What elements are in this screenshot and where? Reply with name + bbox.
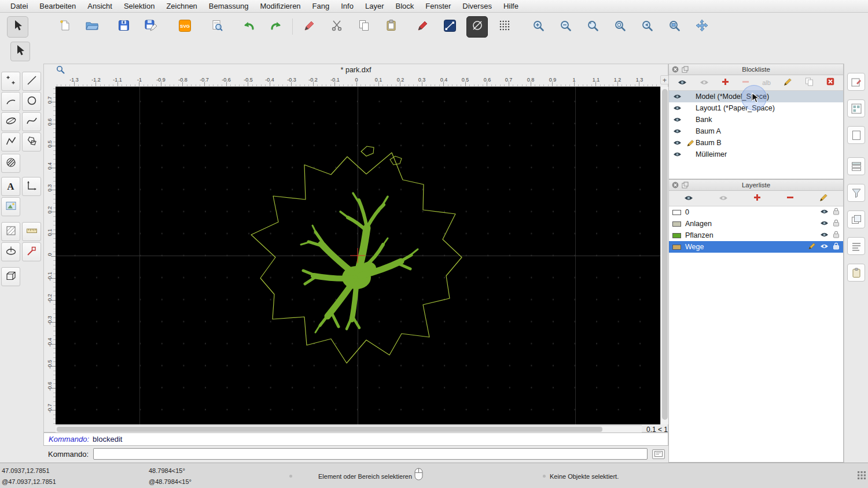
measure-tool-button[interactable] bbox=[22, 222, 41, 241]
block-edit-button[interactable] bbox=[784, 77, 792, 88]
dock-widget-button[interactable] bbox=[847, 99, 865, 117]
menu-hilfe[interactable]: Hilfe bbox=[498, 2, 524, 10]
block-insert-button[interactable] bbox=[805, 77, 814, 88]
print-preview-button[interactable] bbox=[206, 16, 227, 38]
lock-icon[interactable] bbox=[833, 219, 840, 228]
new-file-button[interactable] bbox=[54, 16, 75, 38]
dock-widget-button[interactable] bbox=[847, 73, 865, 91]
close-panel-icon[interactable] bbox=[672, 66, 679, 74]
block-row-bank[interactable]: Bank bbox=[669, 114, 843, 125]
menu-diverses[interactable]: Diverses bbox=[457, 2, 498, 10]
open-file-button[interactable] bbox=[81, 16, 102, 38]
hatch-circle-button[interactable] bbox=[1, 154, 20, 173]
dock-widget-button[interactable] bbox=[847, 264, 865, 282]
attributes-pen-button[interactable] bbox=[412, 16, 433, 38]
block-rename-button[interactable]: alb bbox=[762, 79, 771, 86]
block-hide-all-button[interactable] bbox=[700, 77, 709, 88]
menu-bemassung[interactable]: Bemassung bbox=[203, 2, 255, 10]
solid-3d-button[interactable] bbox=[1, 267, 20, 286]
block-show-all-button[interactable] bbox=[678, 77, 687, 88]
eye-icon[interactable] bbox=[820, 243, 829, 251]
arc-tool-button[interactable] bbox=[1, 92, 20, 111]
layer-row-wege[interactable]: Wege bbox=[669, 241, 843, 253]
eye-icon[interactable] bbox=[669, 151, 685, 157]
pencil-icon[interactable] bbox=[808, 242, 816, 252]
menu-modifizieren[interactable]: Modifizieren bbox=[255, 2, 307, 10]
layer-row-pflanzen[interactable]: Pflanzen bbox=[669, 230, 843, 241]
layer-row-0[interactable]: 0 bbox=[669, 206, 843, 218]
eye-icon[interactable] bbox=[669, 140, 685, 146]
eye-icon[interactable] bbox=[820, 220, 829, 228]
copy-button[interactable] bbox=[353, 16, 374, 38]
dock-widget-button[interactable] bbox=[847, 126, 865, 144]
dock-widget-button[interactable] bbox=[847, 237, 865, 255]
command-options-button[interactable] bbox=[652, 449, 665, 459]
tool-select-button[interactable] bbox=[10, 42, 30, 61]
layer-remove-button[interactable] bbox=[786, 193, 794, 204]
menu-bearbeiten[interactable]: Bearbeiten bbox=[34, 2, 82, 10]
ellipse-axes-button[interactable] bbox=[1, 242, 20, 261]
dimension-tool-button[interactable] bbox=[22, 177, 41, 196]
dock-widget-button[interactable] bbox=[847, 210, 865, 228]
horizontal-scroll-thumb[interactable] bbox=[57, 427, 602, 432]
block-delete-button[interactable] bbox=[826, 77, 834, 88]
line-tool-button[interactable] bbox=[22, 72, 41, 91]
grid-toggle-button[interactable] bbox=[494, 16, 515, 38]
polyline-tool-button[interactable] bbox=[439, 16, 461, 38]
vertical-scrollbar[interactable] bbox=[660, 87, 669, 424]
command-input[interactable] bbox=[93, 448, 648, 460]
lock-icon[interactable] bbox=[833, 208, 840, 217]
ellipse-tool-button[interactable] bbox=[1, 112, 20, 131]
menu-datei[interactable]: Datei bbox=[5, 2, 34, 10]
eye-icon[interactable] bbox=[669, 105, 685, 111]
zoom-window-button[interactable] bbox=[664, 16, 685, 38]
menu-layer[interactable]: Layer bbox=[359, 2, 390, 10]
eye-icon[interactable] bbox=[669, 94, 685, 99]
polygon-tool-button[interactable] bbox=[22, 132, 41, 151]
layer-add-button[interactable] bbox=[753, 193, 761, 204]
dock-widget-button[interactable] bbox=[847, 184, 865, 202]
block-row-baum-b[interactable]: Baum B bbox=[669, 137, 843, 149]
menu-info[interactable]: Info bbox=[335, 2, 359, 10]
zoom-pan-button[interactable] bbox=[691, 16, 712, 38]
grid-status-icon[interactable] bbox=[858, 471, 866, 480]
zoom-redraw-button[interactable] bbox=[609, 16, 631, 38]
eye-icon[interactable] bbox=[669, 128, 685, 134]
circle-slash-button[interactable] bbox=[466, 16, 488, 38]
paste-button[interactable] bbox=[380, 16, 402, 38]
layer-row-anlagen[interactable]: Anlagen bbox=[669, 218, 843, 230]
eye-icon[interactable] bbox=[820, 231, 829, 239]
snap-probe-button[interactable] bbox=[22, 242, 41, 261]
spline-tool-button[interactable] bbox=[22, 112, 41, 131]
vertical-scroll-thumb[interactable] bbox=[662, 89, 668, 420]
hatch-tool-button[interactable] bbox=[1, 222, 20, 241]
layer-hide-all-button[interactable] bbox=[719, 193, 728, 204]
menu-block[interactable]: Block bbox=[389, 2, 420, 10]
polyline-palette-button[interactable] bbox=[1, 132, 20, 151]
zoom-auto-button[interactable] bbox=[582, 16, 604, 38]
point-tool-button[interactable] bbox=[1, 72, 20, 91]
layer-show-all-button[interactable] bbox=[684, 193, 693, 204]
block-row-muelleimer[interactable]: Mülleimer bbox=[669, 149, 843, 160]
detach-panel-icon[interactable] bbox=[682, 182, 689, 190]
svg-export-button[interactable]: SVG bbox=[174, 16, 196, 38]
zoom-in-button[interactable] bbox=[528, 16, 549, 38]
menu-fenster[interactable]: Fenster bbox=[420, 2, 457, 10]
eye-icon[interactable] bbox=[669, 117, 685, 123]
lock-icon[interactable] bbox=[833, 242, 840, 252]
undo-button[interactable] bbox=[238, 16, 259, 38]
block-row-baum-a[interactable]: Baum A bbox=[669, 125, 843, 137]
edit-pen-button[interactable] bbox=[299, 16, 320, 38]
selection-arrow-button[interactable] bbox=[7, 16, 28, 38]
eye-icon[interactable] bbox=[820, 208, 829, 216]
cut-button[interactable] bbox=[326, 16, 347, 38]
zoom-out-button[interactable] bbox=[555, 16, 576, 38]
save-as-button[interactable] bbox=[140, 16, 161, 38]
image-tool-button[interactable] bbox=[1, 197, 20, 216]
text-tool-button[interactable]: A bbox=[1, 177, 20, 196]
horizontal-scrollbar[interactable] bbox=[56, 425, 642, 433]
lock-icon[interactable] bbox=[833, 231, 840, 240]
block-add-button[interactable] bbox=[722, 77, 729, 88]
detach-panel-icon[interactable] bbox=[682, 66, 689, 74]
save-button[interactable] bbox=[113, 16, 134, 38]
